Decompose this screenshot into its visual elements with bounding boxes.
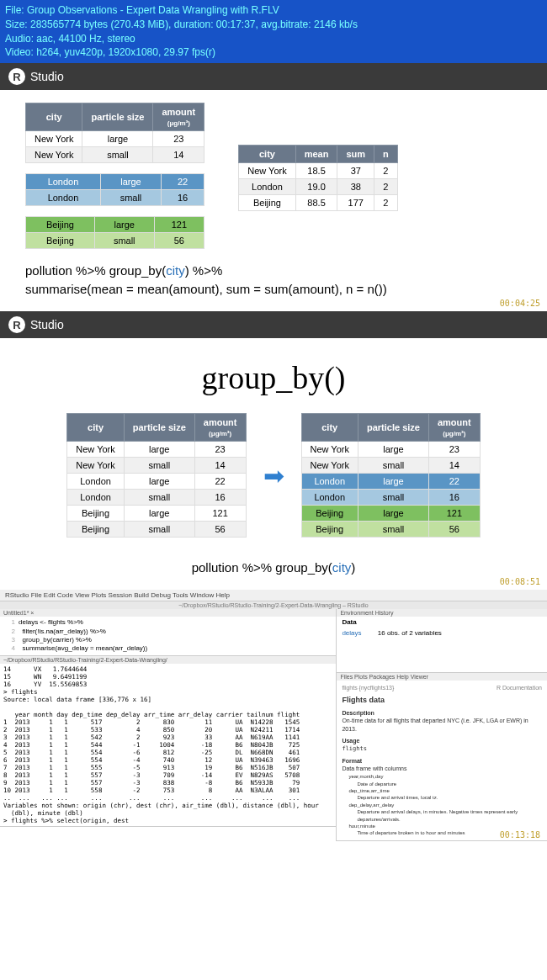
table-row: Beijinglarge121 bbox=[301, 506, 480, 522]
rstudio-label: Studio bbox=[30, 318, 64, 331]
table-row: Londonsmall16 bbox=[67, 490, 246, 506]
table-row: Londonsmall16 bbox=[301, 490, 480, 506]
table-row: Beijing88.51772 bbox=[239, 195, 398, 211]
table-row: New Yorklarge23 bbox=[301, 442, 480, 458]
table-row: Beijinglarge121 bbox=[67, 506, 246, 522]
code-block: pollution %>% group_by(city) bbox=[25, 559, 522, 577]
table-before: cityparticle sizeamount(μg/m³) New Yorkl… bbox=[66, 413, 246, 538]
table-row: Londonlarge22 bbox=[26, 174, 204, 190]
source-editor[interactable]: 1delays <- flights %>% 2 filter(!is.na(a… bbox=[0, 617, 336, 655]
help-pane[interactable]: Files Plots Packages Help Viewer flights… bbox=[337, 673, 547, 840]
env-header: Data bbox=[337, 617, 547, 628]
video-line: Video: h264, yuv420p, 1920x1080, 29.97 f… bbox=[5, 45, 542, 60]
table-row: Londonsmall16 bbox=[26, 190, 204, 206]
table-row: London19.0382 bbox=[239, 179, 398, 195]
table-row: New Yorksmall14 bbox=[67, 458, 246, 474]
rstudio-titlebar: R Studio bbox=[0, 63, 547, 90]
table-row: New Yorklarge23 bbox=[67, 442, 246, 458]
console-path: ~/Dropbox/RStudio/RStudio-Training/2-Exp… bbox=[0, 656, 336, 664]
env-tabs[interactable]: Environment History bbox=[337, 609, 547, 617]
rstudio-ide: RStudio File Edit Code View Plots Sessio… bbox=[0, 590, 547, 840]
source-pane[interactable]: Untitled1* × 1delays <- flights %>% 2 fi… bbox=[0, 609, 336, 656]
arrow-icon: ➡ bbox=[263, 461, 284, 490]
table-row: New York18.5372 bbox=[239, 163, 398, 179]
console-pane[interactable]: ~/Dropbox/RStudio/RStudio-Training/2-Exp… bbox=[0, 656, 336, 827]
rstudio-logo-icon: R bbox=[8, 68, 25, 85]
help-topic: flights {nycflights13} bbox=[342, 684, 394, 692]
console-output[interactable]: 14 VX 1.7644644 15 WN 9.6491199 16 YV 15… bbox=[0, 664, 336, 826]
env-row[interactable]: delays 16 obs. of 2 variables bbox=[337, 628, 547, 638]
rstudio-logo-icon: R bbox=[8, 316, 25, 333]
slide-summarise: cityparticle sizeamount(μg/m³) New Yorkl… bbox=[0, 90, 547, 311]
rstudio-titlebar: R Studio bbox=[0, 311, 547, 338]
table-after: cityparticle sizeamount(μg/m³) New Yorkl… bbox=[301, 413, 481, 538]
audio-line: Audio: aac, 44100 Hz, stereo bbox=[5, 32, 542, 46]
size-line: Size: 283565774 bytes (270.43 MiB), dura… bbox=[5, 18, 542, 32]
table-beijing: Beijinglarge121 Beijingsmall56 bbox=[25, 216, 204, 249]
table-row: Londonlarge22 bbox=[67, 474, 246, 490]
slide-title: group_by() bbox=[25, 359, 522, 396]
window-title: ~/Dropbox/RStudio/RStudio-Training/2-Exp… bbox=[0, 601, 547, 609]
table-row: New Yorksmall14 bbox=[301, 458, 480, 474]
rstudio-label: Studio bbox=[30, 70, 64, 83]
slide-groupby: group_by() cityparticle sizeamount(μg/m³… bbox=[0, 338, 547, 590]
table-row: Beijingsmall56 bbox=[67, 522, 246, 538]
table-row: Londonlarge22 bbox=[301, 474, 480, 490]
help-title: Flights data bbox=[342, 695, 542, 706]
code-block: pollution %>% group_by(city) %>% summari… bbox=[25, 262, 522, 299]
help-tabs[interactable]: Files Plots Packages Help Viewer bbox=[337, 673, 547, 681]
environment-pane[interactable]: Environment History Data delays 16 obs. … bbox=[337, 609, 547, 673]
table-row: Beijingsmall56 bbox=[26, 233, 204, 249]
menu-bar[interactable]: RStudio File Edit Code View Plots Sessio… bbox=[0, 590, 547, 601]
table-london: Londonlarge22 Londonsmall16 bbox=[25, 173, 204, 206]
table-row: Beijinglarge121 bbox=[26, 217, 204, 233]
file-line: File: Group Observations - Expert Data W… bbox=[5, 3, 542, 18]
help-doc-label: R Documentation bbox=[497, 684, 542, 692]
timestamp: 00:04:25 bbox=[500, 299, 540, 308]
media-info-overlay: File: Group Observations - Expert Data W… bbox=[0, 0, 547, 63]
source-tab[interactable]: Untitled1* × bbox=[0, 609, 336, 617]
timestamp: 00:13:18 bbox=[500, 830, 540, 840]
table-row: Beijingsmall56 bbox=[301, 522, 480, 538]
table-row: New Yorklarge23 bbox=[26, 131, 204, 147]
table-row: New Yorksmall14 bbox=[26, 147, 204, 163]
timestamp: 00:08:51 bbox=[500, 577, 540, 586]
table-nyc: cityparticle sizeamount(μg/m³) New Yorkl… bbox=[25, 103, 204, 163]
table-summary: citymeansumn New York18.5372 London19.03… bbox=[238, 145, 398, 211]
